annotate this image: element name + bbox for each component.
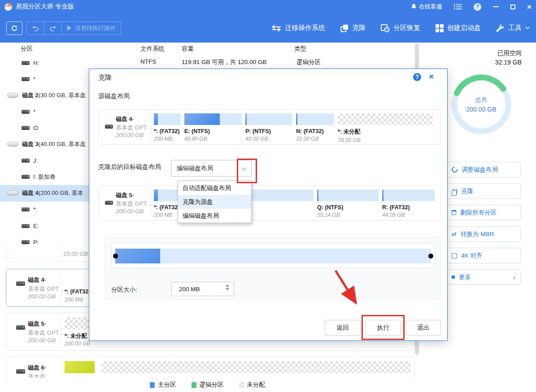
partition-label: *: 未分配 <box>65 332 87 340</box>
target-partition-r[interactable]: R: (FAT32) 44.05 GB <box>382 190 435 218</box>
partition-size-input[interactable] <box>172 282 234 296</box>
close-button[interactable]: × <box>527 3 532 11</box>
partition-icon <box>22 207 30 211</box>
legend-primary-label: 主分区 <box>158 381 176 389</box>
dialog-close-icon[interactable]: × <box>429 72 434 82</box>
partition-used-fill <box>245 113 247 125</box>
column-separator <box>137 44 137 53</box>
nav-partition-recovery-label: 分区恢复 <box>393 24 420 32</box>
source-partition-e[interactable]: E: (NTFS) 49.80 GB <box>184 113 242 143</box>
partition-label: N: (FAT32) <box>296 128 334 134</box>
resize-panel: 分区大小: <box>105 237 441 300</box>
action-4k-align[interactable]: 4K 对齐 <box>446 248 521 263</box>
slider-strip <box>115 249 431 263</box>
target-partition-q[interactable]: Q: (NTFS) 55.14 GB <box>317 190 379 218</box>
toolbar: 没有待执行操作 迁移操作系统 克隆 分区恢复 创建启动盘 工具 <box>0 13 536 43</box>
partition-size: 200.00 GB <box>65 340 90 347</box>
action-more[interactable]: 更多 › <box>446 269 521 285</box>
nav-create-boot-disk-label: 创建启动盘 <box>447 24 481 32</box>
disk-detail: (30.00 GB, 基本盘 <box>39 91 86 99</box>
spinner-down-icon[interactable] <box>226 288 229 290</box>
action-adjust-layout[interactable]: 调整磁盘布局 <box>446 162 521 177</box>
partition-bar-simple-volume[interactable] <box>65 361 95 373</box>
dialog-help-icon[interactable]: ? <box>413 73 421 81</box>
pending-operations-group: 没有待执行操作 <box>26 22 121 35</box>
tree-item-label: J: <box>33 157 38 164</box>
dropdown-option-edit-layout[interactable]: 编辑磁盘布局 <box>178 209 251 223</box>
partition-resize-slider[interactable] <box>111 243 435 268</box>
spinner-arrows[interactable] <box>226 284 229 290</box>
nav-migrate-os[interactable]: 迁移操作系统 <box>271 24 325 32</box>
refresh-button[interactable] <box>6 22 22 35</box>
target-disk-card: 磁盘 5· 基本盘 GPT ... 200.00 GB *: (FAT32 20… <box>98 185 441 221</box>
dialog-title: 克隆 <box>98 73 112 82</box>
used-space-label: 已用空间 <box>477 49 522 57</box>
disk-drive-icon <box>105 125 113 129</box>
online-service-button[interactable]: 在线客服 <box>411 3 442 11</box>
boot-disk-icon <box>436 24 444 32</box>
slider-right-handle[interactable] <box>428 254 433 258</box>
back-button[interactable]: 返回 <box>325 320 361 336</box>
column-separator <box>178 44 178 53</box>
col-filesystem: 文件系统 <box>140 45 165 53</box>
help-icon[interactable]: ? <box>474 3 481 11</box>
partition-bar-unallocated[interactable] <box>101 361 411 373</box>
nav-tools[interactable]: 工具 <box>496 24 530 32</box>
exit-button[interactable]: 退出 <box>405 320 441 336</box>
partition-legend: 主分区 逻辑分区 未分配 <box>0 378 415 392</box>
partition-bar <box>154 113 181 125</box>
legend-unallocated-label: 未分配 <box>247 381 266 389</box>
action-label: 4K 对齐 <box>461 252 482 260</box>
disk-icon <box>7 190 18 196</box>
apply-pending-button[interactable]: 没有待执行操作 <box>61 22 121 34</box>
disk-usage-donut: 总共 200.00 GB <box>448 71 515 138</box>
nav-clone[interactable]: 克隆 <box>340 24 366 32</box>
partition-label: E: (NTFS) <box>184 128 242 134</box>
nav-clone-label: 克隆 <box>352 24 366 32</box>
minimize-button[interactable] <box>493 6 499 7</box>
tree-item-label: O: <box>33 125 39 131</box>
partition-bar <box>184 113 242 125</box>
action-delete-all-partitions[interactable]: 删除所有分区 <box>446 205 521 220</box>
nav-tools-label: 工具 <box>508 24 522 32</box>
slider-left-handle[interactable] <box>113 254 118 258</box>
partition-label: P: (NTFS) <box>245 128 292 134</box>
partition-recovery-icon <box>381 24 390 32</box>
action-clone[interactable]: 克隆 <box>446 183 521 199</box>
redo-icon <box>49 25 57 31</box>
action-label: 更多 <box>459 273 471 281</box>
legend-primary-swatch <box>150 382 155 388</box>
spinner-up-icon[interactable] <box>226 284 229 287</box>
action-label: 调整磁盘布局 <box>462 166 498 174</box>
dropdown-option-clone-as-source[interactable]: 克隆为源盘 <box>178 195 251 209</box>
partition-used-fill <box>317 190 318 201</box>
tree-item-label: E: <box>33 223 39 229</box>
source-partition-p[interactable]: P: (NTFS) 40.00 GB <box>245 113 292 143</box>
partition-size: 10.00 GB <box>63 250 88 257</box>
partition-icon <box>22 61 30 65</box>
maximize-button[interactable] <box>510 4 515 9</box>
nav-create-boot-disk[interactable]: 创建启动盘 <box>436 24 481 32</box>
source-disk-name: 磁盘 4· <box>116 115 134 123</box>
partition-icon <box>22 240 30 244</box>
partition-used-fill <box>154 113 158 125</box>
4k-align-icon <box>452 253 457 258</box>
partition-label: R: (FAT32) <box>382 204 435 211</box>
card-divider <box>151 186 152 220</box>
undo-button[interactable] <box>27 22 44 34</box>
operations-list-icon[interactable] <box>454 4 462 10</box>
partition-used-fill <box>296 113 297 125</box>
partition-label: Q: (NTFS) <box>317 204 379 211</box>
source-partition-fat32[interactable]: *: (FAT32) 200 MB <box>154 113 181 143</box>
redo-button[interactable] <box>44 22 61 34</box>
nav-partition-recovery[interactable]: 分区恢复 <box>381 24 420 32</box>
app-logo-icon <box>4 3 12 11</box>
legend-logical-label: 逻辑分区 <box>200 381 224 389</box>
partition-bar <box>245 113 292 125</box>
source-partition-unallocated[interactable]: *: 未分配 78.00 GB <box>338 113 433 143</box>
disk-icon <box>7 93 18 98</box>
source-partition-n[interactable]: N: (FAT32) 32.00 GB <box>296 113 334 143</box>
action-convert-to-mbr[interactable]: ⇄ 转换为 MBR <box>446 226 521 242</box>
partition-size-spinner[interactable] <box>171 282 234 296</box>
action-label: 删除所有分区 <box>460 209 497 217</box>
